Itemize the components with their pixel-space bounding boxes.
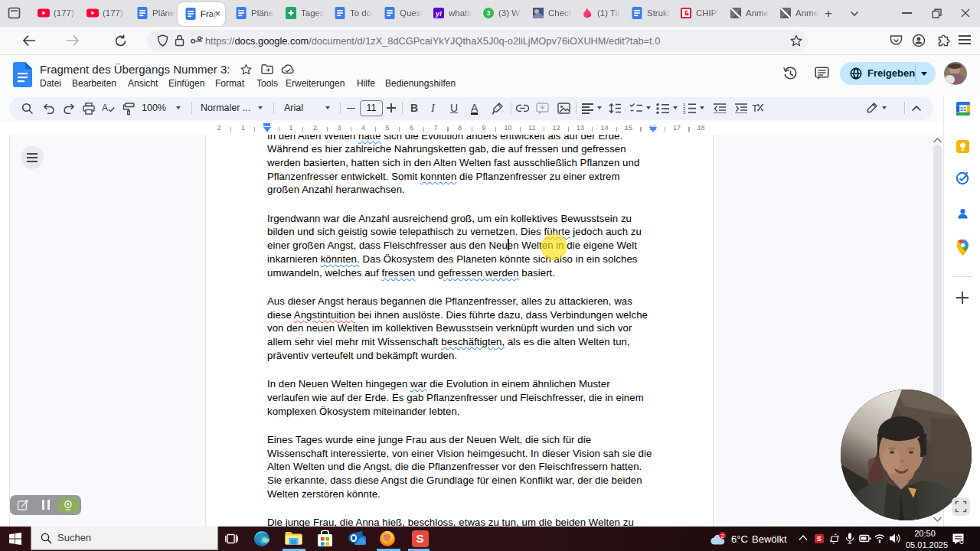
svg-text:A: A	[102, 103, 108, 113]
svg-text:31: 31	[960, 106, 966, 112]
svg-text:T: T	[752, 103, 758, 114]
svg-text:2: 2	[720, 533, 724, 540]
svg-text:3: 3	[487, 9, 491, 17]
svg-text:3: 3	[683, 110, 686, 114]
svg-text:y!: y!	[435, 10, 442, 18]
